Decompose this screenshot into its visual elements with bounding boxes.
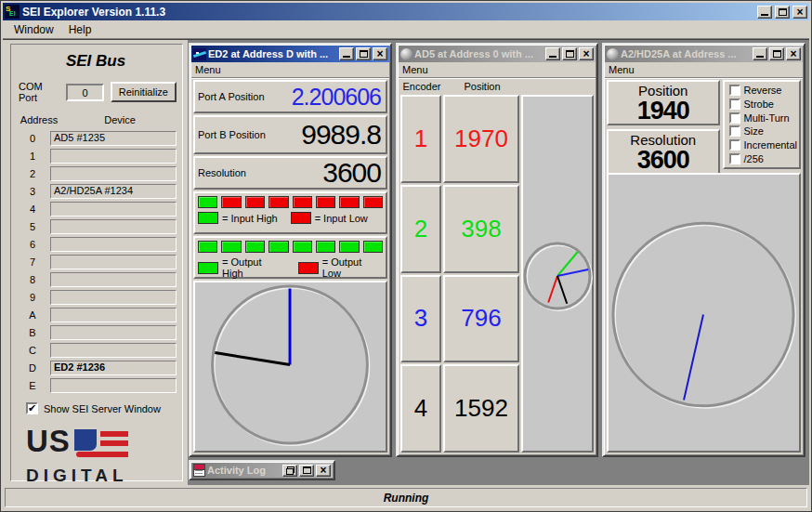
option-checkbox[interactable] <box>729 139 740 151</box>
option-label: Reverse <box>744 85 782 96</box>
ad5-menubar: Menu <box>399 62 596 78</box>
device-field <box>50 378 177 393</box>
option-label: Incremental <box>744 139 797 151</box>
device-field <box>50 290 177 305</box>
address-row: B <box>15 323 177 341</box>
activity-log-maximize-button[interactable] <box>299 465 314 477</box>
a2-window-icon[interactable] <box>607 48 619 60</box>
address-label: 8 <box>15 274 50 285</box>
ad5-maximize-button[interactable] <box>562 47 577 60</box>
port-a-value: 2.200606 <box>268 85 383 109</box>
main-titlebar[interactable]: SEI SEI Explorer Version 1.11.3 × <box>3 3 809 20</box>
close-icon: × <box>790 49 796 59</box>
status-bar: Running <box>3 485 809 509</box>
output-led-row <box>198 241 383 253</box>
a2-minimize-button[interactable] <box>753 47 767 60</box>
activity-log-close-button[interactable]: × <box>316 465 331 477</box>
ad5-window-icon[interactable] <box>400 48 413 60</box>
a2-position-panel: Position 1940 <box>607 80 720 125</box>
address-label: 0 <box>15 133 50 144</box>
led-indicator-low <box>268 196 288 208</box>
address-list: 0AD5 #1235123A2/HD25A #1234456789ABCDED2… <box>15 129 177 394</box>
address-header: Address <box>15 114 63 125</box>
port-a-panel: Port A Position 2.200606 <box>193 80 387 113</box>
port-b-value: 9989.8 <box>268 121 383 149</box>
minimize-icon <box>343 56 350 58</box>
address-label: 5 <box>15 221 50 232</box>
activity-log-window: Activity Log × <box>189 460 335 480</box>
led-indicator-high <box>339 241 359 253</box>
ad5-titlebar[interactable]: AD5 at Address 0 with ... × <box>399 46 596 62</box>
sei-app-icon[interactable]: SEI <box>5 5 20 19</box>
ad5-title: AD5 at Address 0 with ... <box>414 48 544 59</box>
menu-help[interactable]: Help <box>61 21 99 38</box>
input-high-swatch <box>198 212 218 224</box>
address-row: 7 <box>15 253 177 270</box>
main-menubar: Window Help <box>3 20 809 39</box>
address-row: 2 <box>15 164 177 182</box>
ed2-dial <box>195 282 386 451</box>
ed2-minimize-button[interactable] <box>339 47 354 60</box>
option-checkbox[interactable] <box>729 98 740 110</box>
activity-log-titlebar[interactable]: Activity Log × <box>191 463 333 478</box>
option-checkbox[interactable] <box>729 112 740 124</box>
ed2-maximize-button[interactable] <box>356 47 371 60</box>
address-label: 6 <box>15 239 50 250</box>
mdi-workspace: SEI Bus COM Port 0 Reinitialize Address … <box>3 39 809 485</box>
ad5-menu[interactable]: Menu <box>402 64 428 75</box>
com-port-field[interactable]: 0 <box>66 84 103 101</box>
a2-titlebar[interactable]: A2/HD25A at Address ... × <box>605 46 803 62</box>
a2-close-button[interactable]: × <box>786 47 801 60</box>
led-indicator-high <box>363 241 383 253</box>
ed2-window-icon[interactable] <box>193 48 206 60</box>
a2-menu[interactable]: Menu <box>609 64 635 75</box>
encoder-cell: 3 <box>400 275 441 363</box>
address-label: C <box>15 345 50 356</box>
address-row: 5 <box>15 217 177 235</box>
sei-bus-pane: SEI Bus COM Port 0 Reinitialize Address … <box>3 40 188 485</box>
led-indicator-high <box>198 241 217 253</box>
option-label: Multi-Turn <box>744 112 790 124</box>
position-cell: 796 <box>443 275 519 363</box>
maximize-button[interactable] <box>775 6 790 19</box>
ad5-close-button[interactable]: × <box>579 47 594 60</box>
ed2-title: ED2 at Address D with ... <box>208 48 337 59</box>
address-row: 1 <box>15 147 177 164</box>
resolution-panel: Resolution 3600 <box>193 156 387 190</box>
show-server-checkbox[interactable]: ✔ <box>26 402 38 414</box>
option-checkbox[interactable] <box>729 125 740 137</box>
a2-maximize-button[interactable] <box>769 47 784 60</box>
resolution-label: Resolution <box>198 167 268 178</box>
a2-dial-panel <box>607 173 801 453</box>
position-cell: 1592 <box>443 364 519 453</box>
option-row: /256 <box>729 153 797 164</box>
maximize-icon <box>773 50 781 58</box>
reinitialize-button[interactable]: Reinitialize <box>111 82 177 102</box>
ed2-titlebar[interactable]: ED2 at Address D with ... × <box>191 46 389 62</box>
activity-log-restore-button[interactable] <box>282 465 297 477</box>
ad5-minimize-button[interactable] <box>545 47 560 60</box>
com-port-label: COM Port <box>19 81 59 103</box>
address-label: 9 <box>15 292 50 303</box>
menu-window[interactable]: Window <box>7 21 61 38</box>
option-checkbox[interactable] <box>729 85 740 96</box>
minimize-button[interactable] <box>757 6 772 19</box>
ed2-menubar: Menu <box>191 62 389 78</box>
close-button[interactable]: × <box>792 6 807 19</box>
option-row: Strobe <box>729 98 797 110</box>
ed2-close-button[interactable]: × <box>373 47 387 60</box>
ed2-menu[interactable]: Menu <box>195 64 221 75</box>
device-field <box>50 255 177 269</box>
logo-digital-text: DIGITAL <box>26 466 177 485</box>
a2-menubar: Menu <box>605 62 803 78</box>
address-row: C <box>15 341 177 359</box>
window-title: SEI Explorer Version 1.11.3 <box>22 6 754 19</box>
option-checkbox[interactable] <box>729 153 740 164</box>
a2-resolution-panel: Resolution 3600 <box>607 129 720 175</box>
output-high-swatch <box>198 262 218 274</box>
position-column: 19703987961592 <box>443 95 519 453</box>
close-icon: × <box>320 466 326 475</box>
activity-log-icon[interactable] <box>193 465 205 477</box>
us-flag-icon <box>74 429 128 463</box>
device-field <box>50 325 177 340</box>
